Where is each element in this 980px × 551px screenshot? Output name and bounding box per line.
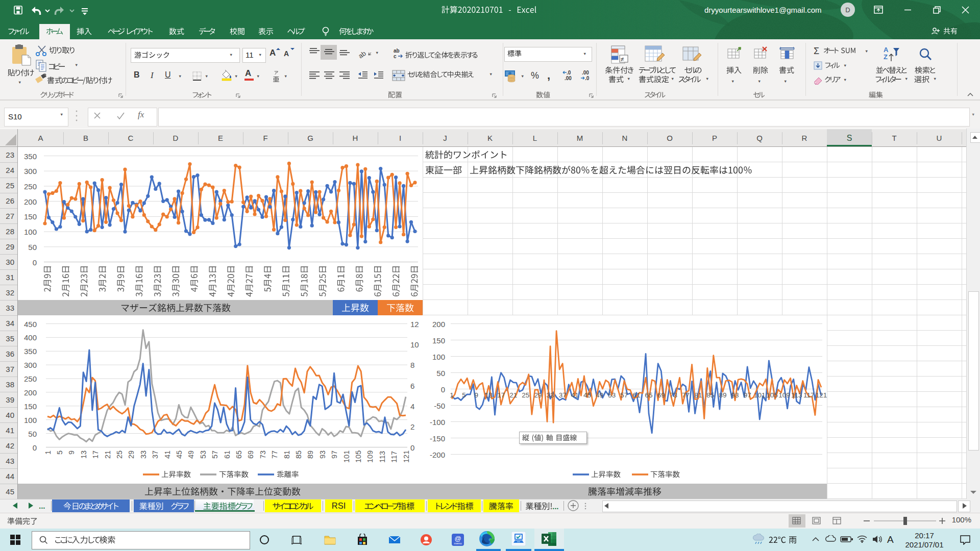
- svg-text:.0: .0: [585, 76, 590, 81]
- svg-text:≠: ≠: [621, 56, 624, 63]
- svg-text:menu: menu: [454, 542, 461, 545]
- svg-text:ab: ab: [357, 49, 368, 59]
- svg-text:@: @: [454, 535, 461, 542]
- svg-text:Z: Z: [884, 53, 888, 61]
- svg-text:D: D: [845, 6, 850, 14]
- svg-text:.0: .0: [567, 70, 571, 76]
- svg-text:A: A: [884, 46, 889, 54]
- svg-text:.00: .00: [565, 76, 572, 81]
- svg-text:ab: ab: [394, 48, 400, 54]
- svg-text:.00: .00: [582, 70, 589, 76]
- svg-text:c: c: [394, 54, 397, 59]
